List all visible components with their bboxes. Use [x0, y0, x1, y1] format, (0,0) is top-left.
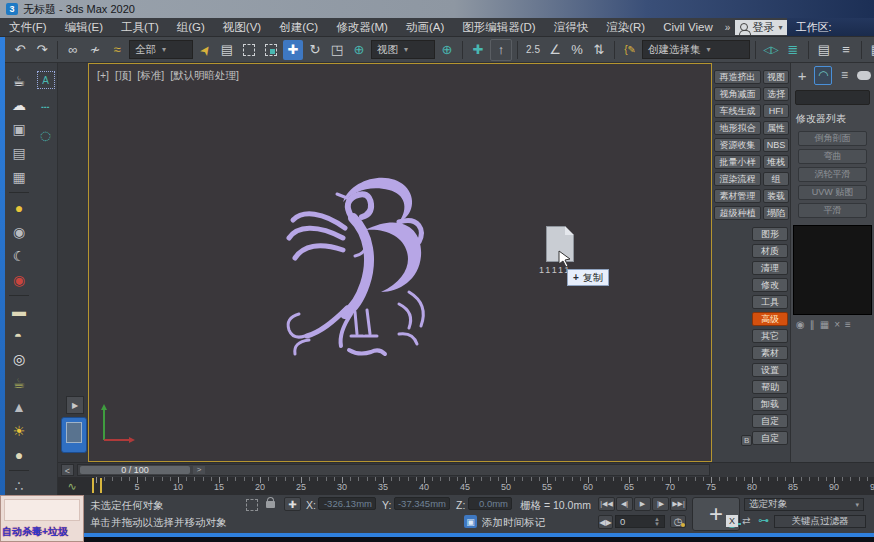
- frame-step-icon[interactable]: ◀▶: [598, 515, 613, 529]
- modifier-preset-button[interactable]: UVW 贴图: [798, 185, 867, 200]
- menu-item[interactable]: 视图(V): [214, 20, 270, 35]
- placement-icon[interactable]: ⊕: [349, 40, 369, 60]
- environment-settings-icon[interactable]: ▦: [8, 167, 30, 187]
- plugin-category-button[interactable]: 工具: [752, 295, 788, 309]
- modifier-stack[interactable]: [793, 225, 872, 315]
- ad-overlay[interactable]: 自动杀毒+垃圾: [0, 495, 84, 542]
- menu-item[interactable]: 组(G): [168, 20, 214, 35]
- selection-filter-dropdown[interactable]: 全部 ▾: [129, 40, 193, 59]
- plugin-button[interactable]: 资源收集: [714, 138, 761, 152]
- time-slider-track[interactable]: 0 / 100 >: [77, 464, 710, 476]
- plugin-category-button[interactable]: 自定: [752, 414, 788, 428]
- workspace-selector[interactable]: 工作区:: [787, 18, 874, 36]
- current-frame-field[interactable]: 0 ▲▼: [615, 515, 665, 528]
- use-pivot-center-icon[interactable]: ⊕: [437, 40, 457, 60]
- plugin-button[interactable]: 组: [763, 172, 789, 186]
- create-tab-icon[interactable]: +: [794, 67, 810, 84]
- playback-button[interactable]: ▶▶|: [670, 497, 687, 511]
- active-layout-tab[interactable]: [61, 417, 87, 453]
- plugin-button[interactable]: 再造挤出: [714, 70, 761, 84]
- render-teapot-icon[interactable]: ☕: [8, 71, 30, 91]
- teapot-preview-icon[interactable]: ☕: [8, 373, 30, 393]
- previous-frame-button[interactable]: <: [61, 464, 74, 476]
- scatter-icon[interactable]: ∴: [8, 476, 30, 496]
- mirror-icon[interactable]: ◁▷: [761, 40, 781, 60]
- plugin-category-button[interactable]: 卸载: [752, 397, 788, 411]
- select-and-move-icon[interactable]: ✚: [283, 40, 303, 60]
- plugin-button[interactable]: 超级种植: [714, 206, 761, 220]
- viewport-menu-standard[interactable]: [标准]: [137, 69, 164, 83]
- rectangular-selection-region-icon[interactable]: [239, 40, 259, 60]
- snaps-toggle-icon[interactable]: 2.5: [523, 40, 543, 60]
- viewport-menu-general[interactable]: [+]: [97, 69, 109, 83]
- plugin-button[interactable]: HFI: [763, 104, 789, 118]
- select-and-scale-icon[interactable]: ◳: [327, 40, 347, 60]
- plugin-category-button[interactable]: 清理: [752, 261, 788, 275]
- plugin-button[interactable]: 堆栈: [763, 155, 789, 169]
- plugin-button[interactable]: 地形拟合: [714, 121, 761, 135]
- plugin-category-button[interactable]: 自定: [752, 431, 788, 445]
- stack-tool-icon[interactable]: ×: [834, 319, 840, 330]
- dome-light-icon[interactable]: ◖: [8, 325, 30, 345]
- modifier-preset-button[interactable]: 弯曲: [798, 149, 867, 164]
- plugin-button[interactable]: 视角减面: [714, 87, 761, 101]
- key-mode-toggle-icon[interactable]: ◷: [670, 515, 686, 528]
- spinner-down-icon[interactable]: ▼: [654, 521, 660, 527]
- menu-item[interactable]: 工具(T): [112, 20, 168, 35]
- plugin-button[interactable]: 装载: [763, 189, 789, 203]
- menu-item[interactable]: 动画(A): [397, 20, 453, 35]
- modifier-preset-button[interactable]: 涡轮平滑: [798, 167, 867, 182]
- named-selection-sets-dropdown[interactable]: 创建选择集 ▾: [642, 40, 750, 59]
- scene-explorer-icon[interactable]: ▤: [814, 40, 834, 60]
- stack-tool-icon[interactable]: ∥: [810, 319, 815, 330]
- mini-curve-editor-icon[interactable]: ∿: [60, 479, 84, 493]
- plugin-category-button[interactable]: 设置: [752, 363, 788, 377]
- dashed-circle-icon[interactable]: ◌: [35, 125, 57, 145]
- key-filters-button[interactable]: 关键点过滤器: [774, 515, 866, 528]
- environment-cloud-icon[interactable]: ☁: [8, 95, 30, 115]
- plugin-category-button[interactable]: 图形: [752, 227, 788, 241]
- stack-tool-icon[interactable]: ≡: [845, 319, 851, 330]
- current-frame-marker[interactable]: [92, 478, 102, 493]
- playback-button[interactable]: ◀|: [616, 497, 633, 511]
- select-and-rotate-icon[interactable]: ↻: [305, 40, 325, 60]
- time-tag-icon[interactable]: ▣: [464, 515, 477, 528]
- spot-cone-icon[interactable]: ▲: [8, 397, 30, 417]
- z-coordinate-field[interactable]: 0.0mm: [468, 497, 512, 510]
- align-icon[interactable]: ≣: [783, 40, 803, 60]
- layer-explorer-icon[interactable]: ≡: [836, 40, 856, 60]
- area-light-icon[interactable]: ▬: [8, 301, 30, 321]
- select-by-name-a-icon[interactable]: A: [37, 71, 55, 89]
- keyboard-shortcut-override-icon[interactable]: ↑: [490, 39, 512, 61]
- add-time-tag-label[interactable]: 添加时间标记: [482, 516, 545, 530]
- light-bulb-icon[interactable]: ●: [8, 198, 30, 218]
- time-slider-handle[interactable]: 0 / 100: [80, 466, 190, 474]
- viewport-menu-pov[interactable]: [顶]: [115, 69, 131, 83]
- select-by-name-icon[interactable]: ▤: [217, 40, 237, 60]
- moon-icon[interactable]: ☾: [8, 246, 30, 266]
- next-frame-button[interactable]: >: [193, 466, 205, 474]
- stack-tool-icon[interactable]: ▦: [820, 319, 829, 330]
- plugin-category-button[interactable]: 修改: [752, 278, 788, 292]
- plugin-button[interactable]: 视图: [763, 70, 789, 84]
- stack-tool-icon[interactable]: ◉: [796, 319, 805, 330]
- hierarchy-tab-icon[interactable]: ≡: [836, 67, 852, 84]
- sign-in-dropdown[interactable]: 登录 ▾: [735, 20, 787, 35]
- layout-flyout-arrow-icon[interactable]: ▶: [66, 396, 84, 414]
- redo-icon[interactable]: ↷: [32, 40, 52, 60]
- undo-icon[interactable]: ↶: [10, 40, 30, 60]
- y-coordinate-field[interactable]: -37.345mm: [394, 497, 450, 510]
- plugin-button[interactable]: 素材管理: [714, 189, 761, 203]
- menu-overflow-chevron[interactable]: »: [722, 22, 734, 33]
- angle-snap-icon[interactable]: ∠: [545, 40, 565, 60]
- plugin-category-button[interactable]: 其它: [752, 329, 788, 343]
- motion-tab-icon[interactable]: [857, 71, 871, 80]
- render-frame-window-icon[interactable]: ▤: [8, 143, 30, 163]
- menu-item[interactable]: 编辑(E): [56, 20, 112, 35]
- frame-spinner[interactable]: ▲▼: [654, 517, 660, 527]
- playback-button[interactable]: ▶: [634, 497, 651, 511]
- plugin-category-button[interactable]: 帮助: [752, 380, 788, 394]
- plugin-button[interactable]: 批量小样: [714, 155, 761, 169]
- plugin-button[interactable]: 选择: [763, 87, 789, 101]
- menu-item[interactable]: 渲得快: [545, 20, 598, 35]
